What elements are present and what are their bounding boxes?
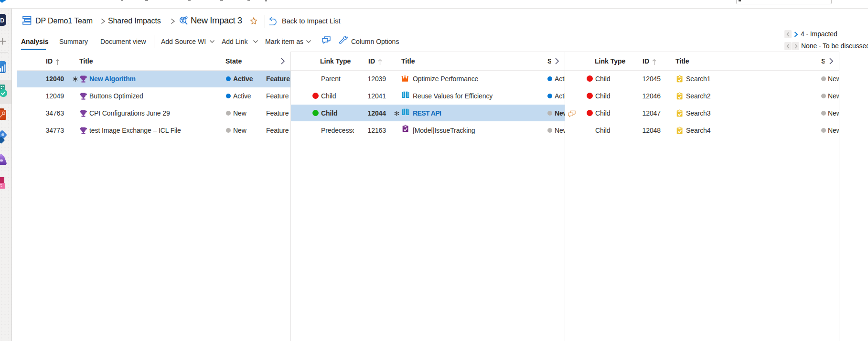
svg-text:D: D bbox=[0, 17, 4, 24]
